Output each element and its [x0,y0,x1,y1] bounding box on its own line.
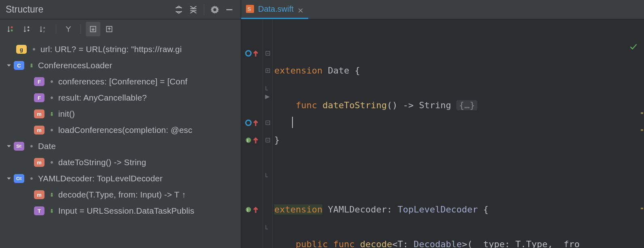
tree-item-url[interactable]: g url: URL? = URL(string: "https://raw.g… [0,41,241,57]
visibility-public-icon [48,208,56,214]
chevron-down-icon[interactable] [4,176,14,181]
method-badge-icon: m [34,158,44,167]
fold-toggle-icon[interactable] [263,114,272,131]
text-caret [292,117,293,128]
code-editor[interactable]: I I extension Date { fun [241,19,644,248]
ruler-marker[interactable] [641,112,643,114]
fold-close-icon[interactable] [263,166,272,183]
autoscroll-from-source-button[interactable] [102,22,117,36]
class-ext-badge-icon: CE [14,174,24,183]
run-arrow-icon[interactable] [265,92,270,102]
tree-item-yamldecoder[interactable]: CE YAMLDecoder: TopLevelDecoder [0,170,241,187]
method-badge-icon: m [34,109,44,118]
fold-toggle-icon[interactable] [263,44,272,62]
editor-gutter: I I [241,19,263,248]
svg-text:z: z [43,29,45,33]
svg-point-14 [51,129,53,131]
code-keyword: _ [472,239,478,248]
fold-toggle-icon[interactable] [263,131,272,149]
sort-definition-button[interactable] [20,22,35,36]
swift-file-icon: S [246,5,254,13]
struct-ext-badge-icon: SE [14,142,24,151]
visibility-icon [28,176,36,181]
tree-label: loadConferences(completion: @esc [58,125,192,135]
tree-item-result[interactable]: F result: AnyCancellable? [0,90,241,106]
svg-text:I: I [247,207,248,212]
fold-gutter [263,19,273,248]
implements-marker-icon[interactable]: I [241,131,263,149]
visibility-icon [48,127,56,133]
structure-tree[interactable]: g url: URL? = URL(string: "https://raw.g… [0,39,241,248]
tree-item-conferences[interactable]: F conferences: [Conference] = [Conf [0,74,241,90]
code-brace: { [483,204,489,214]
inspection-ok-icon[interactable] [629,43,638,53]
close-icon[interactable] [298,6,303,12]
code-function: dateToString [322,100,387,110]
tree-label: init() [58,109,75,119]
tree-item-input[interactable]: T Input = URLSession.DataTaskPublis [0,203,241,219]
tree-item-date[interactable]: SE Date [0,138,241,154]
tree-label: url: URL? = URL(string: "https://raw.gi [40,44,182,54]
svg-text:S: S [248,6,251,12]
tree-item-conferencesloader[interactable]: C ConferencesLoader [0,57,241,74]
svg-point-12 [51,97,53,99]
implements-marker-icon[interactable]: I [241,201,263,218]
override-marker-icon[interactable] [241,114,263,131]
tree-label: result: AnyCancellable? [58,93,147,103]
visibility-public-icon [48,192,56,198]
svg-point-4 [28,29,29,31]
svg-text:a: a [43,26,45,29]
tab-label: Data.swift [258,4,294,14]
tree-item-loadconferences[interactable]: m loadConferences(completion: @esc [0,122,241,138]
svg-point-24 [246,137,251,143]
chevron-down-icon[interactable] [4,144,14,149]
visibility-icon [28,143,36,149]
sort-alpha-button[interactable]: az [36,22,51,36]
ruler-marker[interactable] [641,208,643,209]
svg-point-16 [51,161,53,164]
typealias-badge-icon: T [34,206,44,215]
collapse-all-icon[interactable] [187,4,199,16]
svg-point-15 [30,145,33,147]
code-paren: () [387,100,398,110]
tree-item-decode[interactable]: m decode(T.Type, from: Input) -> T ↑ [0,187,241,203]
gear-icon[interactable] [209,4,221,16]
separator [56,24,56,34]
structure-toolbar: az [0,19,241,39]
folded-block[interactable]: {…} [456,100,477,110]
svg-text:I: I [247,138,248,143]
method-badge-icon: m [34,190,44,199]
code-brace: { [355,65,360,76]
code-area[interactable]: extension Date { func dateToString() -> … [273,19,644,248]
overview-ruler[interactable] [639,39,644,248]
code-keyword-cursor: extension [274,204,322,214]
ruler-marker[interactable] [641,129,643,131]
code-keyword: func [296,100,317,110]
svg-point-3 [28,26,29,28]
minimize-icon[interactable] [223,4,235,16]
method-badge-icon: m [34,126,44,135]
tree-label: Date [38,141,56,151]
autoscroll-to-source-button[interactable] [86,22,100,36]
filter-button[interactable] [61,22,76,36]
tree-label: dateToString() -> String [58,158,146,167]
chevron-down-icon[interactable] [4,63,14,68]
svg-point-13 [51,112,53,114]
fold-expand-icon[interactable] [263,62,272,79]
tree-item-datetostring[interactable]: m dateToString() -> String [0,154,241,170]
expand-all-icon[interactable] [173,4,185,16]
override-marker-icon[interactable] [241,44,263,62]
svg-point-26 [246,207,251,212]
visibility-public-icon [28,63,36,68]
fold-close-icon[interactable] [263,218,272,235]
visibility-icon [30,46,38,52]
code-type: Date [328,65,349,76]
sort-visibility-button[interactable] [4,22,19,36]
code-function: decode [360,239,392,248]
tree-label: ConferencesLoader [38,61,112,70]
code-type: YAMLDecoder [328,204,387,214]
svg-point-19 [51,209,53,211]
tree-item-init[interactable]: m init() [0,106,241,122]
code-keyword: func [333,239,355,248]
tab-data-swift[interactable]: S Data.swift [241,0,308,19]
